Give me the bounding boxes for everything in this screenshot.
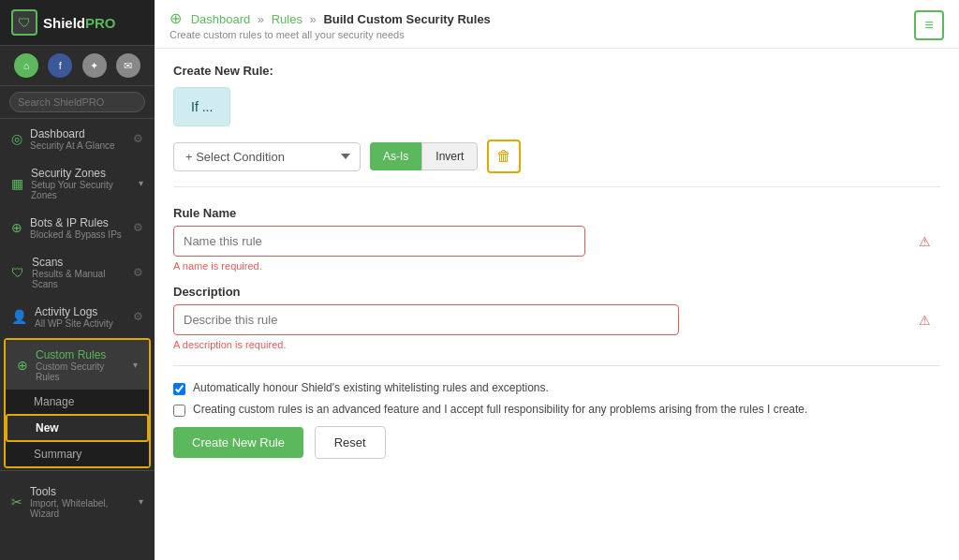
- sidebar-item-activity-sublabel: All WP Site Activity: [35, 318, 113, 329]
- activity-logs-icon: 👤: [11, 309, 27, 324]
- description-warn-icon: ⚠: [919, 313, 931, 328]
- action-buttons-row: Create New Rule Reset: [173, 426, 940, 459]
- rule-name-warn-icon: ⚠: [919, 234, 931, 249]
- sidebar-item-scans-sublabel: Results & Manual Scans: [32, 269, 125, 289]
- breadcrumb: ⊕ Dashboard » Rules » Build Custom Secur…: [170, 9, 491, 27]
- as-is-button[interactable]: As-Is: [370, 142, 421, 170]
- search-bar: [0, 86, 155, 119]
- delete-condition-button[interactable]: 🗑: [487, 140, 521, 173]
- scans-icon: 🛡: [11, 265, 24, 280]
- scans-gear-icon[interactable]: ⚙: [133, 266, 143, 279]
- description-group: Description ⚠ A description is required.: [173, 285, 940, 350]
- sidebar-item-activity-logs[interactable]: 👤 Activity Logs All WP Site Activity ⚙: [0, 297, 155, 336]
- sidebar-item-custom-rules-sublabel: Custom Security Rules: [36, 361, 125, 382]
- sidebar-group-custom-rules: ⊕ Custom Rules Custom Security Rules ▾ M…: [4, 338, 151, 468]
- create-rule-button[interactable]: Create New Rule: [173, 427, 303, 458]
- home-icon[interactable]: ⌂: [14, 53, 38, 78]
- checkbox-responsibility-row: Creating custom rules is an advanced fea…: [173, 403, 940, 417]
- sidebar-item-activity-label: Activity Logs: [35, 305, 97, 318]
- sidebar-item-scans[interactable]: 🛡 Scans Results & Manual Scans ⚙: [0, 247, 155, 297]
- sidebar-item-custom-rules[interactable]: ⊕ Custom Rules Custom Security Rules ▾: [6, 340, 149, 390]
- checkbox-responsibility[interactable]: [173, 405, 185, 417]
- sidebar-item-custom-rules-label: Custom Rules: [36, 348, 106, 361]
- sidebar-icon-row: ⌂ f ✦ ✉: [0, 46, 155, 86]
- facebook-icon[interactable]: f: [48, 53, 72, 78]
- rule-name-input[interactable]: [173, 226, 585, 257]
- sidebar-bottom: ✂ Tools Import, Whitelabel, Wizard ▾: [0, 470, 155, 532]
- sidebar-item-dashboard-sublabel: Security At A Glance: [30, 140, 115, 151]
- checkbox-whitelist[interactable]: [173, 383, 185, 395]
- description-input-wrapper: ⚠: [173, 304, 940, 335]
- sidebar-item-tools-sublabel: Import, Whitelabel, Wizard: [30, 498, 131, 519]
- custom-rules-icon: ⊕: [17, 358, 28, 373]
- description-label: Description: [173, 285, 940, 299]
- condition-row: + Select Condition As-Is Invert 🗑: [173, 140, 940, 187]
- sidebar-subitem-summary[interactable]: Summary: [6, 442, 149, 466]
- main-content-area: ⊕ Dashboard » Rules » Build Custom Secur…: [155, 0, 959, 560]
- description-input[interactable]: [173, 304, 679, 335]
- tools-arrow-icon: ▾: [139, 496, 143, 507]
- description-error: A description is required.: [173, 339, 940, 350]
- checkbox-responsibility-label: Creating custom rules is an advanced fea…: [193, 403, 807, 416]
- security-zones-icon: ▦: [11, 176, 23, 191]
- form-separator: [173, 365, 940, 366]
- checkbox-whitelist-row: Automatically honour Shield's existing w…: [173, 381, 940, 395]
- security-zones-arrow-icon: ▾: [139, 178, 143, 188]
- rule-builder-content: Create New Rule: If ... + Select Conditi…: [155, 49, 959, 560]
- sidebar-subitem-new[interactable]: New: [6, 414, 149, 442]
- bots-gear-icon[interactable]: ⚙: [133, 221, 143, 234]
- search-input[interactable]: [9, 92, 145, 112]
- bots-ip-icon: ⊕: [11, 220, 22, 235]
- reset-button[interactable]: Reset: [315, 426, 386, 459]
- breadcrumb-prefix-icon: ⊕: [170, 10, 182, 26]
- dashboard-icon: ◎: [11, 131, 22, 146]
- sidebar-nav: ◎ Dashboard Security At A Glance ⚙ ▦ Sec…: [0, 119, 155, 560]
- sidebar-item-security-zones-sublabel: Setup Your Security Zones: [31, 180, 131, 200]
- trash-icon: 🗑: [496, 148, 511, 165]
- if-block[interactable]: If ...: [173, 87, 230, 126]
- sidebar-item-tools[interactable]: ✂ Tools Import, Whitelabel, Wizard ▾: [0, 477, 155, 526]
- page-subtitle: Create custom rules to meet all your sec…: [170, 29, 491, 40]
- rule-name-label: Rule Name: [173, 206, 940, 220]
- page-header: ⊕ Dashboard » Rules » Build Custom Secur…: [155, 0, 959, 49]
- custom-rules-arrow-icon: ▾: [133, 360, 138, 370]
- logo-text: ShieldPRO: [43, 15, 116, 31]
- sidebar-item-tools-label: Tools: [30, 485, 56, 498]
- globe-icon[interactable]: ✦: [82, 53, 107, 78]
- breadcrumb-sep-1: »: [258, 12, 268, 26]
- page-title: Build Custom Security Rules: [323, 12, 490, 26]
- activity-gear-icon[interactable]: ⚙: [133, 310, 143, 323]
- create-rule-title: Create New Rule:: [173, 64, 940, 78]
- sidebar: 🛡 ShieldPRO ⌂ f ✦ ✉ ◎ Dashboard Security…: [0, 0, 155, 560]
- condition-select[interactable]: + Select Condition: [173, 142, 361, 171]
- custom-rules-subgroup: Manage New Summary: [6, 390, 149, 466]
- sidebar-item-bots-label: Bots & IP Rules: [30, 216, 109, 229]
- menu-icon[interactable]: ≡: [914, 10, 944, 40]
- as-is-invert-group: As-Is Invert: [370, 142, 478, 170]
- dashboard-gear-icon[interactable]: ⚙: [133, 132, 143, 145]
- checkbox-whitelist-label: Automatically honour Shield's existing w…: [193, 381, 549, 394]
- sidebar-item-security-zones-label: Security Zones: [31, 167, 106, 180]
- rule-name-error: A name is required.: [173, 260, 940, 272]
- sidebar-item-bots-ip[interactable]: ⊕ Bots & IP Rules Blocked & Bypass IPs ⚙: [0, 208, 155, 247]
- sidebar-subitem-manage[interactable]: Manage: [6, 390, 149, 414]
- mail-icon[interactable]: ✉: [116, 53, 140, 78]
- sidebar-item-security-zones[interactable]: ▦ Security Zones Setup Your Security Zon…: [0, 158, 155, 208]
- logo-shield-icon: 🛡: [11, 9, 37, 36]
- sidebar-logo: 🛡 ShieldPRO: [0, 0, 155, 46]
- breadcrumb-sep-2: »: [310, 12, 320, 26]
- breadcrumb-rules[interactable]: Rules: [272, 12, 302, 26]
- sidebar-item-scans-label: Scans: [32, 256, 63, 269]
- rule-name-input-wrapper: ⚠: [173, 226, 940, 257]
- invert-button[interactable]: Invert: [421, 142, 478, 170]
- rule-name-group: Rule Name ⚠ A name is required.: [173, 206, 940, 272]
- breadcrumb-dashboard[interactable]: Dashboard: [191, 12, 251, 26]
- sidebar-item-dashboard[interactable]: ◎ Dashboard Security At A Glance ⚙: [0, 119, 155, 158]
- tools-icon: ✂: [11, 494, 22, 509]
- logo-pro: PRO: [85, 15, 116, 31]
- sidebar-item-bots-sublabel: Blocked & Bypass IPs: [30, 229, 122, 240]
- sidebar-item-dashboard-label: Dashboard: [30, 127, 85, 140]
